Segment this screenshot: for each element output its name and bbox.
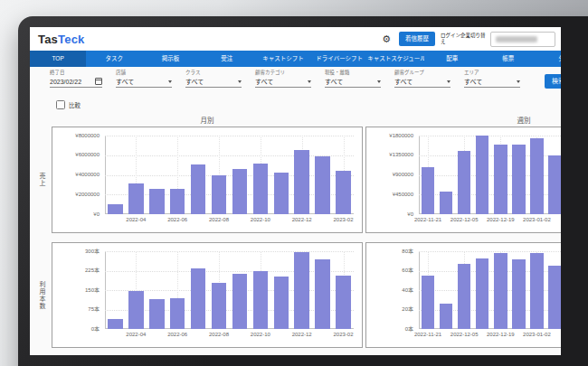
- call-history-button[interactable]: 着信履歴: [399, 32, 435, 47]
- nav-item-9[interactable]: 分析: [536, 51, 561, 67]
- y-tick-label: ¥900000: [368, 172, 413, 178]
- chart-panel-weekly-sales: ¥0¥450000¥900000¥1350000¥18000002022-11-…: [365, 127, 561, 233]
- y-tick-label: 40本: [368, 287, 413, 294]
- y-tick-label: ¥6000000: [54, 152, 100, 158]
- filter-value: すべて: [185, 77, 204, 86]
- nav-item-4[interactable]: キャストシフト: [255, 51, 311, 67]
- bar-weekly-usage-2022-12-12: [476, 258, 488, 329]
- bar-monthly-sales-2022-04: [128, 183, 144, 214]
- bar-monthly-sales-2022-12: [294, 150, 309, 214]
- y-tick-label: 225本: [54, 267, 100, 274]
- nav-item-1[interactable]: タスク: [86, 51, 142, 67]
- plot-area-monthly-usage: [105, 251, 354, 329]
- plot-area-monthly-sales: [105, 136, 354, 214]
- compare-checkbox-label: 比較: [69, 100, 81, 109]
- bar-monthly-usage-2023-01: [315, 259, 330, 329]
- calendar-icon[interactable]: [95, 78, 102, 85]
- filter-value: すべて: [116, 77, 134, 86]
- chart-title-weekly: 週別: [365, 115, 561, 125]
- y-tick-label: 300本: [54, 249, 100, 255]
- y-tick-label: 60本: [368, 267, 413, 274]
- y-tick-label: ¥4000000: [54, 172, 100, 178]
- app-header: TasTeck ⚙ 着信履歴 ログイン企業切り替え: [30, 27, 561, 51]
- bar-monthly-usage-2022-12: [294, 252, 309, 329]
- filter-label: 現役・離籍: [325, 69, 381, 76]
- filter-dropdown-5[interactable]: エリアすべて: [464, 69, 520, 88]
- desk-background: TasTeck ⚙ 着信履歴 ログイン企業切り替え TOPタスク掲示板受注キャス…: [0, 0, 588, 366]
- bar-monthly-sales-2022-11: [274, 173, 289, 214]
- app-logo: TasTeck: [38, 33, 85, 46]
- chart-panel-weekly-usage: 0本20本40本60本80本2022-11-212022-12-052022-1…: [365, 242, 561, 348]
- nav-item-6[interactable]: キャストスケジュール: [367, 51, 423, 67]
- filter-label: クラス: [185, 69, 242, 76]
- nav-item-2[interactable]: 掲示板: [142, 51, 198, 67]
- filter-dropdown-1[interactable]: クラスすべて: [185, 69, 242, 88]
- row-label-usage: 利用本数: [35, 242, 48, 348]
- logo-part-1: Tas: [38, 33, 58, 46]
- chevron-down-icon: [308, 80, 311, 83]
- nav-item-8[interactable]: 帳票: [480, 51, 536, 67]
- filter-dropdown-4[interactable]: 顧客グループすべて: [394, 69, 450, 88]
- bar-monthly-usage-2022-10: [253, 271, 269, 329]
- bar-monthly-sales-2022-03: [108, 204, 123, 214]
- bar-monthly-sales-2023-02: [336, 171, 351, 214]
- plot-area-weekly-usage: [419, 251, 561, 329]
- nav-item-7[interactable]: 配車: [424, 51, 480, 67]
- x-tick-label: 2023-02: [317, 217, 371, 223]
- bar-weekly-sales-2022-12-19: [494, 145, 507, 214]
- x-tick-label: 2023-02: [317, 332, 371, 338]
- filter-value: すべて: [255, 77, 273, 86]
- x-tick-label: 2023-01-02: [509, 217, 561, 223]
- bar-monthly-usage-2022-06: [170, 298, 185, 329]
- gear-icon[interactable]: ⚙: [382, 34, 391, 44]
- filter-label: エリア: [464, 69, 520, 76]
- nav-bar: TOPタスク掲示板受注キャストシフトドライバーシフトキャストスケジュール配車帳票…: [30, 51, 561, 67]
- nav-item-0[interactable]: TOP: [30, 51, 86, 67]
- bar-monthly-sales-2022-07: [191, 164, 206, 214]
- login-company-switch-label: ログイン企業切り替え: [441, 33, 486, 45]
- bar-weekly-sales-2022-12-26: [512, 145, 525, 214]
- app-window: TasTeck ⚙ 着信履歴 ログイン企業切り替え TOPタスク掲示板受注キャス…: [30, 27, 561, 355]
- compare-row: 比較: [56, 100, 81, 109]
- bar-monthly-usage-2022-04: [128, 291, 144, 329]
- bar-weekly-usage-2022-11-28: [440, 304, 452, 329]
- filter-value: すべて: [394, 77, 413, 86]
- bar-weekly-usage-2022-11-21: [422, 276, 434, 329]
- y-tick-label: 20本: [368, 306, 413, 313]
- compare-checkbox[interactable]: [56, 100, 65, 109]
- chevron-down-icon: [447, 80, 450, 83]
- bar-monthly-sales-2022-09: [232, 169, 248, 214]
- bar-monthly-usage-2022-09: [232, 274, 248, 329]
- y-tick-label: ¥450000: [368, 192, 413, 198]
- redacted-company-text: [496, 36, 537, 42]
- filter-dropdown-2[interactable]: 顧客カテゴリすべて: [255, 69, 311, 88]
- end-date-field[interactable]: 終了日 2023/02/22: [50, 69, 102, 88]
- bar-monthly-usage-2022-03: [108, 319, 123, 329]
- y-tick-label: 80本: [368, 249, 413, 255]
- nav-item-5[interactable]: ドライバーシフト: [311, 51, 367, 67]
- search-button[interactable]: 検索: [545, 74, 561, 89]
- filter-dropdown-3[interactable]: 現役・離籍すべて: [325, 69, 381, 88]
- chevron-down-icon: [517, 80, 520, 83]
- logo-part-2: Teck: [58, 33, 84, 46]
- y-tick-label: ¥0: [54, 211, 100, 218]
- chevron-down-icon: [377, 80, 381, 83]
- bar-weekly-sales-2022-11-28: [440, 192, 452, 214]
- filter-label: 顧客カテゴリ: [255, 69, 311, 76]
- bar-weekly-usage-2023-01-09: [548, 266, 561, 329]
- laptop-bezel: TasTeck ⚙ 着信履歴 ログイン企業切り替え TOPタスク掲示板受注キャス…: [18, 16, 588, 366]
- filter-dropdown-0[interactable]: 店舗すべて: [116, 69, 172, 88]
- filter-label: 店舗: [116, 69, 172, 76]
- company-input[interactable]: [490, 32, 555, 47]
- bar-monthly-sales-2022-10: [253, 164, 269, 214]
- nav-item-3[interactable]: 受注: [199, 51, 255, 67]
- end-date-value: 2023/02/22: [50, 79, 81, 85]
- chevron-down-icon: [238, 80, 242, 83]
- y-tick-label: ¥8000000: [54, 133, 100, 139]
- bar-weekly-sales-2023-01-02: [530, 138, 543, 214]
- filter-value: すべて: [325, 77, 343, 86]
- bar-weekly-usage-2023-01-02: [530, 253, 543, 329]
- bar-weekly-usage-2022-12-26: [512, 259, 525, 329]
- bar-weekly-usage-2022-12-19: [494, 253, 507, 329]
- chart-title-monthly: 月別: [52, 115, 363, 125]
